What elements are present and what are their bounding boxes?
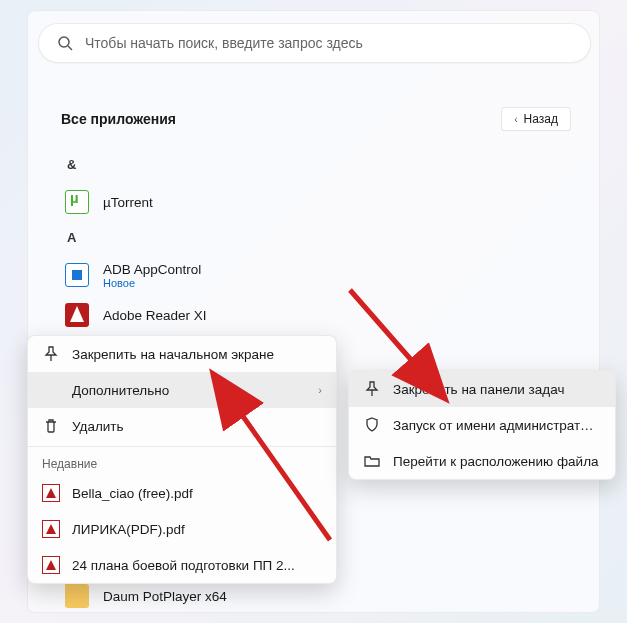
menu-item-pin-taskbar[interactable]: Закрепить на панели задач xyxy=(349,371,615,407)
recent-section-label: Недавние xyxy=(28,449,336,475)
menu-label: Запуск от имени администратора xyxy=(393,418,601,433)
menu-item-run-admin[interactable]: Запуск от имени администратора xyxy=(349,407,615,443)
menu-label: Удалить xyxy=(72,419,322,434)
blank-icon xyxy=(42,381,60,399)
pdf-icon xyxy=(42,484,60,502)
file-label: 24 плана боевой подготовки ПП 2... xyxy=(72,558,322,573)
app-row-adobe[interactable]: Adobe Reader XI xyxy=(61,295,571,335)
chevron-right-icon: › xyxy=(318,384,322,396)
pin-icon xyxy=(363,380,381,398)
pin-icon xyxy=(42,345,60,363)
file-label: ЛИРИКА(PDF).pdf xyxy=(72,522,322,537)
recent-file-2[interactable]: ЛИРИКА(PDF).pdf xyxy=(28,511,336,547)
recent-file-3[interactable]: 24 плана боевой подготовки ПП 2... xyxy=(28,547,336,583)
menu-label: Закрепить на начальном экране xyxy=(72,347,322,362)
folder-open-icon xyxy=(363,452,381,470)
app-row-utorrent[interactable]: µTorrent xyxy=(61,182,571,222)
adb-icon xyxy=(65,263,89,287)
context-menu-submenu: Закрепить на панели задач Запуск от имен… xyxy=(348,370,616,480)
file-label: Bella_ciao (free).pdf xyxy=(72,486,322,501)
folder-icon xyxy=(65,584,89,608)
letter-header-amp[interactable]: & xyxy=(61,149,571,182)
app-label: Daum PotPlayer x64 xyxy=(103,589,227,604)
svg-point-0 xyxy=(59,37,69,47)
utorrent-icon xyxy=(65,190,89,214)
back-label: Назад xyxy=(524,112,558,126)
trash-icon xyxy=(42,417,60,435)
chevron-left-icon: ‹ xyxy=(514,114,517,125)
letter-header-a[interactable]: A xyxy=(61,222,571,255)
app-label: ADB AppControl xyxy=(103,262,201,277)
svg-line-1 xyxy=(68,46,72,50)
divider xyxy=(28,446,336,447)
pdf-icon xyxy=(42,556,60,574)
all-apps-title: Все приложения xyxy=(61,111,176,127)
menu-item-pin-start[interactable]: Закрепить на начальном экране xyxy=(28,336,336,372)
pdf-icon xyxy=(42,520,60,538)
search-box[interactable] xyxy=(38,23,591,63)
menu-item-more[interactable]: Дополнительно › xyxy=(28,372,336,408)
menu-item-delete[interactable]: Удалить xyxy=(28,408,336,444)
search-input[interactable] xyxy=(85,35,572,51)
app-label: µTorrent xyxy=(103,195,153,210)
adobe-reader-icon xyxy=(65,303,89,327)
menu-label: Перейти к расположению файла xyxy=(393,454,601,469)
search-icon xyxy=(57,35,73,51)
menu-label: Закрепить на панели задач xyxy=(393,382,601,397)
new-badge: Новое xyxy=(103,277,201,289)
context-menu-primary: Закрепить на начальном экране Дополнител… xyxy=(27,335,337,584)
app-label: Adobe Reader XI xyxy=(103,308,207,323)
app-row-adb[interactable]: ADB AppControl Новое xyxy=(61,255,571,295)
back-button[interactable]: ‹ Назад xyxy=(501,107,571,131)
shield-icon xyxy=(363,416,381,434)
menu-item-open-location[interactable]: Перейти к расположению файла xyxy=(349,443,615,479)
menu-label: Дополнительно xyxy=(72,383,298,398)
recent-file-1[interactable]: Bella_ciao (free).pdf xyxy=(28,475,336,511)
